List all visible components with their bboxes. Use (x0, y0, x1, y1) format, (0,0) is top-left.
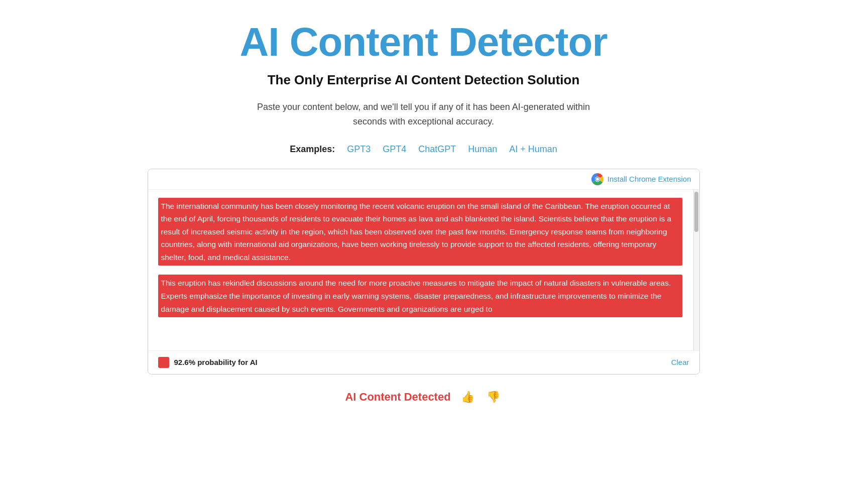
thumbup-button[interactable]: 👍 (459, 390, 476, 405)
chrome-icon (591, 173, 603, 185)
ai-indicator-square (158, 357, 169, 368)
probability-badge: 92.6% probability for AI (158, 357, 258, 368)
probability-text: 92.6% probability for AI (174, 358, 258, 366)
chrome-extension-link[interactable]: Install Chrome Extension (608, 175, 691, 183)
examples-row: Examples: GPT3 GPT4 ChatGPT Human AI + H… (290, 144, 557, 155)
page-wrapper: AI Content Detector The Only Enterprise … (148, 20, 700, 405)
result-row: AI Content Detected 👍 👎 (345, 390, 502, 405)
scrollbar-thumb (694, 192, 698, 232)
example-gpt4[interactable]: GPT4 (383, 144, 406, 155)
thumbup-icon: 👍 (461, 391, 474, 403)
content-area[interactable]: The international community has been clo… (148, 190, 699, 350)
example-human[interactable]: Human (468, 144, 497, 155)
thumbdown-button[interactable]: 👎 (485, 390, 502, 405)
examples-label: Examples: (290, 144, 335, 155)
page-title: AI Content Detector (239, 20, 607, 64)
chrome-ext-bar: Install Chrome Extension (148, 169, 699, 190)
bottom-bar: 92.6% probability for AI Clear (148, 350, 699, 374)
result-label: AI Content Detected (345, 391, 450, 404)
thumbdown-icon: 👎 (487, 391, 500, 403)
svg-point-3 (596, 178, 599, 181)
page-subtitle: The Only Enterprise AI Content Detection… (268, 72, 580, 88)
example-ai-human[interactable]: AI + Human (509, 144, 557, 155)
highlighted-text-1: The international community has been clo… (158, 198, 682, 266)
page-description: Paste your content below, and we'll tell… (253, 100, 594, 129)
content-textarea-container: Install Chrome Extension The internation… (148, 169, 700, 374)
clear-button[interactable]: Clear (671, 358, 689, 366)
example-chatgpt[interactable]: ChatGPT (418, 144, 456, 155)
highlighted-text-2: This eruption has rekindled discussions … (158, 275, 682, 317)
content-paragraph-1: The international community has been clo… (158, 198, 682, 266)
content-paragraph-2: This eruption has rekindled discussions … (158, 275, 682, 317)
example-gpt3[interactable]: GPT3 (347, 144, 371, 155)
scrollbar[interactable] (693, 190, 699, 350)
